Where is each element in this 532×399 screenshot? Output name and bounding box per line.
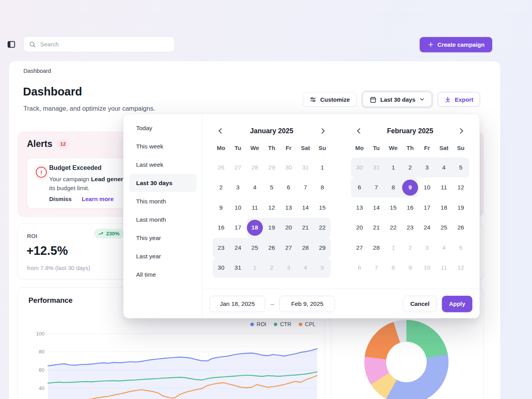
calendar-day[interactable]: 2 [213,178,229,198]
calendar-day[interactable]: 8 [385,178,402,198]
calendar-day[interactable]: 1 [385,157,402,178]
calendar-day[interactable]: 8 [385,258,402,278]
calendar-day[interactable]: 10 [419,178,435,198]
calendar-day[interactable]: 8 [314,178,331,198]
calendar-day[interactable]: 25 [246,238,263,258]
calendar-day[interactable]: 11 [435,258,452,278]
calendar-day[interactable]: 21 [297,218,314,238]
customize-button[interactable]: Customize [303,92,356,107]
calendar-day[interactable]: 17 [419,198,435,218]
calendar-day[interactable]: 5 [314,258,331,278]
calendar-day[interactable]: 27 [351,238,368,258]
calendar-day[interactable]: 17 [229,218,246,238]
calendar-day[interactable]: 30 [213,258,229,278]
calendar-day[interactable]: 18 [246,218,263,238]
calendar-day[interactable]: 4 [297,258,314,278]
calendar-day[interactable]: 4 [435,238,452,258]
date-range-button[interactable]: Last 30 days [363,92,432,107]
breadcrumb[interactable]: Dashboard [23,68,51,74]
calendar-day[interactable]: 24 [419,218,435,238]
calendar-day[interactable]: 24 [229,238,246,258]
preset-today[interactable]: Today [124,119,202,137]
calendar-day[interactable]: 13 [280,198,297,218]
calendar-day[interactable]: 31 [229,258,246,278]
preset-last-month[interactable]: Last month [124,210,202,229]
calendar-day[interactable]: 21 [368,218,385,238]
search-input[interactable] [39,41,169,48]
calendar-day[interactable]: 7 [368,258,385,278]
calendar-day[interactable]: 12 [263,198,280,218]
calendar-day[interactable]: 19 [452,198,469,218]
preset-last-week[interactable]: Last week [124,155,202,174]
calendar-day[interactable]: 7 [297,178,314,198]
calendar-day[interactable]: 31 [368,157,385,178]
calendar-day[interactable]: 10 [419,258,435,278]
export-button[interactable]: Export [438,92,480,107]
calendar-day[interactable]: 22 [314,218,331,238]
calendar-day[interactable]: 1 [314,157,331,178]
calendar-day[interactable]: 27 [229,157,246,178]
calendar-day[interactable]: 29 [314,238,331,258]
calendar-day[interactable]: 2 [402,157,419,178]
preset-this-week[interactable]: This week [124,137,202,155]
calendar-day[interactable]: 30 [280,157,297,178]
learn-more-link[interactable]: Learn more [82,196,114,202]
calendar-day[interactable]: 15 [314,198,331,218]
calendar-day[interactable]: 27 [280,238,297,258]
calendar-day[interactable]: 5 [452,238,469,258]
calendar-day[interactable]: 28 [368,238,385,258]
prev-month-button[interactable] [353,125,365,137]
calendar-day[interactable]: 20 [280,218,297,238]
preset-all-time[interactable]: All time [124,265,202,284]
calendar-day[interactable]: 4 [246,178,263,198]
create-campaign-button[interactable]: Create campaign [420,37,492,52]
calendar-day[interactable]: 3 [280,258,297,278]
calendar-day[interactable]: 5 [452,157,469,178]
dismiss-link[interactable]: Dismiss [49,196,72,202]
preset-last-30-days[interactable]: Last 30 days [129,174,197,192]
calendar-day[interactable]: 23 [213,238,229,258]
calendar-day[interactable]: 6 [280,178,297,198]
calendar-day[interactable]: 18 [435,198,452,218]
calendar-day[interactable]: 6 [351,258,368,278]
preset-last-year[interactable]: Last year [124,247,202,265]
calendar-day[interactable]: 14 [297,198,314,218]
calendar-day[interactable]: 20 [351,218,368,238]
calendar-day[interactable]: 13 [351,198,368,218]
calendar-day[interactable]: 9 [402,258,419,278]
calendar-day[interactable]: 1 [385,238,402,258]
calendar-day[interactable]: 5 [263,178,280,198]
calendar-day[interactable]: 3 [419,157,435,178]
calendar-day[interactable]: 23 [402,218,419,238]
cancel-button[interactable]: Cancel [403,296,437,312]
calendar-day[interactable]: 3 [229,178,246,198]
calendar-day[interactable]: 9 [402,178,419,198]
calendar-day[interactable]: 15 [385,198,402,218]
calendar-day[interactable]: 25 [435,218,452,238]
calendar-day[interactable]: 28 [297,238,314,258]
calendar-day[interactable]: 26 [452,218,469,238]
calendar-day[interactable]: 12 [452,178,469,198]
calendar-day[interactable]: 28 [246,157,263,178]
next-month-button[interactable] [455,125,468,137]
calendar-day[interactable]: 30 [351,157,368,178]
preset-this-month[interactable]: This month [124,192,202,210]
calendar-day[interactable]: 19 [263,218,280,238]
preset-this-year[interactable]: This year [124,229,202,247]
calendar-day[interactable]: 14 [368,198,385,218]
calendar-day[interactable]: 7 [368,178,385,198]
next-month-button[interactable] [317,125,329,137]
calendar-day[interactable]: 12 [452,258,469,278]
calendar-day[interactable]: 29 [263,157,280,178]
calendar-day[interactable]: 11 [246,198,263,218]
calendar-day[interactable]: 16 [213,218,229,238]
calendar-day[interactable]: 9 [213,198,229,218]
sidebar-toggle-button[interactable] [6,39,16,49]
calendar-day[interactable]: 16 [402,198,419,218]
calendar-day[interactable]: 1 [246,258,263,278]
calendar-day[interactable]: 2 [263,258,280,278]
prev-month-button[interactable] [214,125,227,137]
calendar-day[interactable]: 22 [385,218,402,238]
calendar-day[interactable]: 26 [213,157,229,178]
calendar-day[interactable]: 10 [229,198,246,218]
